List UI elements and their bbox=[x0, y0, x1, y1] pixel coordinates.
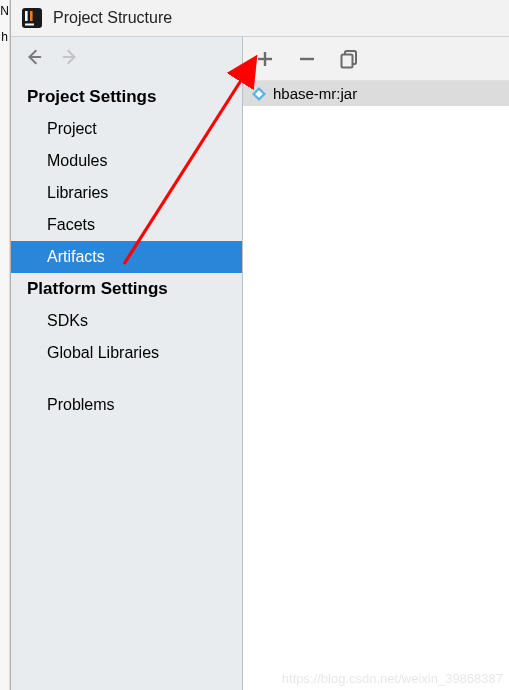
sidebar-item-modules[interactable]: Modules bbox=[11, 145, 242, 177]
gutter-char: h bbox=[0, 18, 9, 44]
sidebar: Project Settings Project Modules Librari… bbox=[11, 37, 243, 690]
remove-button[interactable] bbox=[297, 49, 317, 69]
sidebar-item-project[interactable]: Project bbox=[11, 113, 242, 145]
gutter-char: N bbox=[0, 0, 9, 18]
editor-gutter-remnant: N h bbox=[0, 0, 10, 690]
artifact-name: hbase-mr:jar bbox=[273, 85, 357, 102]
artifact-diamond-icon bbox=[251, 86, 267, 102]
window-title: Project Structure bbox=[53, 9, 172, 27]
back-button[interactable] bbox=[25, 48, 43, 66]
content-split: Project Settings Project Modules Librari… bbox=[11, 36, 509, 690]
sidebar-item-global-libraries[interactable]: Global Libraries bbox=[11, 337, 242, 369]
copy-button[interactable] bbox=[339, 49, 359, 69]
sidebar-gap bbox=[11, 369, 242, 389]
section-project-settings: Project Settings bbox=[11, 81, 242, 113]
svg-rect-1 bbox=[25, 11, 28, 21]
main-panel: hbase-mr:jar bbox=[243, 37, 509, 690]
add-button[interactable] bbox=[255, 49, 275, 69]
section-platform-settings: Platform Settings bbox=[11, 273, 242, 305]
forward-button[interactable] bbox=[61, 48, 79, 66]
artifact-toolbar bbox=[243, 37, 509, 81]
nav-arrows bbox=[11, 37, 242, 81]
artifact-row[interactable]: hbase-mr:jar bbox=[243, 81, 509, 106]
sidebar-item-sdks[interactable]: SDKs bbox=[11, 305, 242, 337]
sidebar-item-problems[interactable]: Problems bbox=[11, 389, 242, 421]
artifact-list[interactable]: hbase-mr:jar bbox=[243, 81, 509, 690]
sidebar-item-libraries[interactable]: Libraries bbox=[11, 177, 242, 209]
svg-rect-10 bbox=[342, 54, 353, 67]
svg-rect-3 bbox=[25, 24, 34, 26]
sidebar-item-facets[interactable]: Facets bbox=[11, 209, 242, 241]
project-structure-dialog: Project Structure Project Settings Proje… bbox=[10, 0, 509, 690]
titlebar: Project Structure bbox=[11, 0, 509, 36]
svg-rect-2 bbox=[30, 11, 33, 21]
intellij-icon bbox=[21, 7, 43, 29]
sidebar-item-artifacts[interactable]: Artifacts bbox=[11, 241, 242, 273]
